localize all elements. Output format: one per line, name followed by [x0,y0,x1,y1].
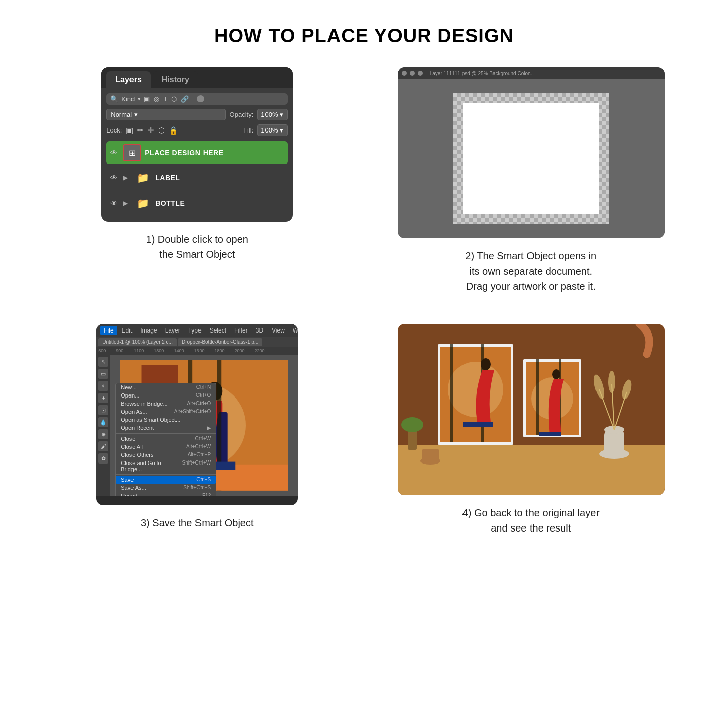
tool-wand[interactable]: ✦ [98,393,108,403]
menu-item-open[interactable]: Open...Ctrl+O [116,391,216,400]
tool-brush[interactable]: 🖌 [98,441,108,451]
svg-rect-25 [539,432,561,436]
lock-all-icon: 🔒 [169,126,178,135]
layer-visibility-icon-2[interactable]: 👁 [108,173,119,182]
opacity-input[interactable]: 100% ▾ [257,109,288,120]
step-1-cell: Layers History 🔍 Kind ▾ ▣ ◎ T ⬡ 🔗 [40,67,354,294]
step-1-caption: 1) Double click to openthe Smart Object [146,232,248,262]
svg-point-17 [481,358,491,370]
menu-item-save-as[interactable]: Save As...Shift+Ctrl+S [116,484,216,492]
topbar-dot-1 [402,71,407,76]
layers-tabs: Layers History [101,67,293,88]
ps-tab-2[interactable]: Dropper-Bottle-Amber-Glass-1 p... [178,338,262,346]
svg-point-14 [448,362,503,417]
filter-search-icon: 🔍 [110,95,118,103]
filter-label: Kind [121,95,135,103]
menu-window[interactable]: Window [289,326,298,335]
menu-select[interactable]: Select [206,326,230,335]
ps-top-bar: Layer 111111.psd @ 25% Background Color.… [398,67,665,79]
ps-file-menu-screenshot: File Edit Image Layer Type Select Filter… [96,324,298,505]
lock-brush-icon: ✏ [137,126,144,135]
svg-point-35 [608,371,615,393]
separator-2 [116,474,216,475]
layer-name-2: LABEL [155,174,180,182]
menu-3d[interactable]: 3D [252,326,267,335]
separator-1 [116,433,216,434]
svg-point-27 [401,417,423,432]
ps-tabs-bar: Untitled-1 @ 100% (Layer 2 c... Dropper-… [96,337,298,347]
tool-lasso[interactable]: ⌖ [98,381,108,391]
menu-type[interactable]: Type [185,326,205,335]
menu-item-close-all[interactable]: Close AllAlt+Ctrl+W [116,443,216,451]
fill-input[interactable]: 100% ▾ [257,124,288,136]
tool-spot[interactable]: ⊕ [98,429,108,439]
ps-canvas-main: New...Ctrl+N Open...Ctrl+O Browse in Bri… [110,355,298,496]
layer-visibility-icon-3[interactable]: 👁 [108,198,119,208]
filter-icon-pixel: ▣ [144,95,150,103]
layer-row-bottle[interactable]: 👁 ▶ 📁 BOTTLE [106,191,288,215]
menu-edit[interactable]: Edit [118,326,136,335]
menu-item-save[interactable]: SaveCtrl+S [116,476,216,484]
layer-thumb-smart: ⊞ [123,144,141,161]
svg-rect-29 [604,430,624,457]
menu-layer[interactable]: Layer [162,326,184,335]
title-emphasis: YOUR DESIGN [374,25,514,46]
filter-toggle [197,95,204,102]
layers-body: 🔍 Kind ▾ ▣ ◎ T ⬡ 🔗 Normal ▾ [101,88,293,222]
layer-visibility-icon-1[interactable]: 👁 [108,148,119,157]
menu-file[interactable]: File [100,326,117,335]
filter-icon-shape: ⬡ [171,95,177,103]
layer-row-label[interactable]: 👁 ▶ 📁 LABEL [106,166,288,189]
layer-thumb-folder-2: 📁 [134,194,151,212]
menu-item-close-bridge[interactable]: Close and Go to Bridge...Shift+Ctrl+W [116,459,216,473]
layer-expand-2[interactable]: ▶ [123,174,128,181]
blend-row: Normal ▾ Opacity: 100% ▾ [106,109,288,120]
lock-row: Lock: ▣ ✏ ✛ ⬡ 🔒 Fill: 100% ▾ [106,124,288,136]
ps-toolbar: ↖ ▭ ⌖ ✦ ⊡ 💧 ⊕ 🖌 ✿ [96,355,110,496]
step-2-cell: Layer 111111.psd @ 25% Background Color.… [374,67,688,294]
filter-dropdown-icon: ▾ [138,96,141,102]
ps-checkerboard [453,93,609,224]
menu-item-revert[interactable]: RevertF12 [116,492,216,496]
menu-item-open-as[interactable]: Open As...Alt+Shift+Ctrl+O [116,408,216,416]
tool-select[interactable]: ▭ [98,369,108,379]
svg-rect-15 [450,344,453,442]
filter-icons: ▣ ◎ T ⬡ 🔗 [144,95,204,103]
menu-filter[interactable]: Filter [231,326,251,335]
tool-eyedrop[interactable]: 💧 [98,417,108,427]
menu-image[interactable]: Image [137,326,160,335]
tool-crop[interactable]: ⊡ [98,405,108,415]
ps-canvas-screenshot: Layer 111111.psd @ 25% Background Color.… [398,67,665,238]
step-3-cell: File Edit Image Layer Type Select Filter… [40,324,354,536]
fill-label: Fill: [243,126,253,134]
menu-item-open-smart[interactable]: Open as Smart Object... [116,416,216,424]
topbar-dot-3 [418,71,423,76]
ps-white-content-area [463,103,599,214]
menu-view[interactable]: View [268,326,288,335]
menu-item-close-others[interactable]: Close OthersAlt+Ctrl+P [116,451,216,459]
ps-filename-tabs: Layer 111111.psd @ 25% Background Color.… [430,71,534,76]
tool-stamp[interactable]: ✿ [98,453,108,464]
instruction-grid: Layers History 🔍 Kind ▾ ▣ ◎ T ⬡ 🔗 [0,67,728,536]
ps-tab-1[interactable]: Untitled-1 @ 100% (Layer 2 c... [98,338,177,346]
layer-row-place-design[interactable]: 👁 ⊞ PLACE DESIGN HERE [106,141,288,164]
layer-expand-3[interactable]: ▶ [123,200,128,207]
filter-icon-smart: 🔗 [181,95,189,103]
menu-item-close[interactable]: CloseCtrl+W [116,435,216,443]
tab-history[interactable]: History [153,71,198,88]
ps-document-canvas [453,93,609,224]
blend-mode-select[interactable]: Normal ▾ [106,109,225,120]
tab-layers[interactable]: Layers [106,71,151,88]
step-4-cell: 4) Go back to the original layerand see … [374,324,688,536]
svg-rect-38 [422,449,439,463]
menu-item-browse[interactable]: Browse in Bridge...Alt+Ctrl+O [116,400,216,408]
layer-thumb-folder-1: 📁 [134,169,151,186]
svg-rect-18 [463,422,493,427]
menu-item-recent[interactable]: Open Recent▶ [116,424,216,432]
step-2-caption: 2) The Smart Object opens inits own sepa… [465,248,597,294]
tool-move[interactable]: ↖ [98,357,108,367]
topbar-dot-2 [410,71,415,76]
lock-move-icon: ✛ [148,126,154,135]
menu-item-new[interactable]: New...Ctrl+N [116,383,216,391]
svg-rect-22 [536,359,539,435]
